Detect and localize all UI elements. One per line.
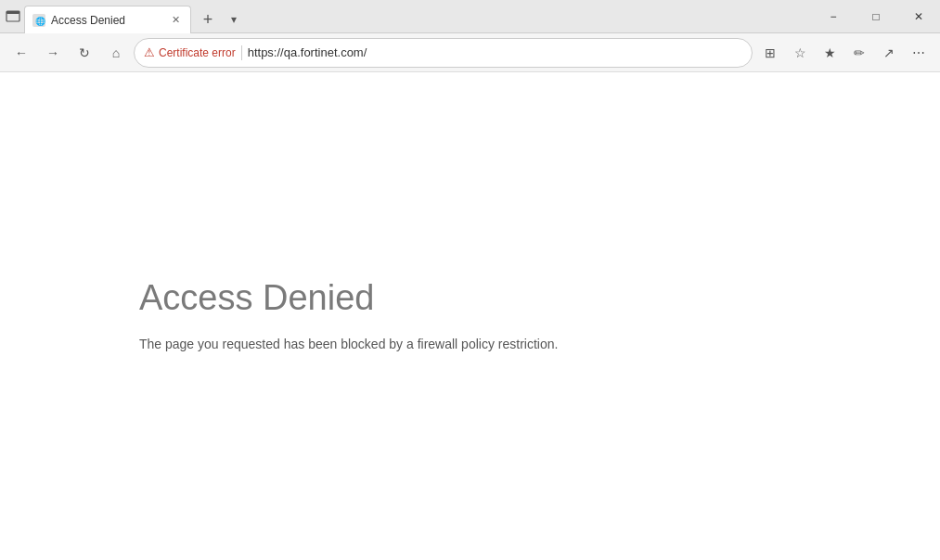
window-controls: − □ ✕ [812,0,940,32]
close-button[interactable]: ✕ [897,0,940,33]
svg-rect-1 [6,11,19,14]
back-button[interactable]: ← [7,39,35,67]
page-content: Access Denied The page you requested has… [0,72,940,560]
tab-label: Access Denied [51,14,162,27]
url-text: https://qa.fortinet.com/ [248,45,742,59]
hub-button[interactable]: ★ [816,39,843,67]
new-tab-button[interactable]: + [195,6,221,32]
tab-list-button[interactable]: ▾ [221,6,247,32]
share-button[interactable]: ↗ [875,39,903,67]
restore-button[interactable]: □ [855,0,897,33]
navigation-bar: ← → ↻ ⌂ ⚠ Certificate error https://qa.f… [0,33,940,72]
home-button[interactable]: ⌂ [102,39,130,67]
forward-button[interactable]: → [39,39,67,67]
refresh-button[interactable]: ↻ [71,39,98,67]
svg-text:🌐: 🌐 [35,16,45,27]
certificate-error-indicator[interactable]: ⚠ Certificate error [144,45,236,59]
tab-strip: 🌐 Access Denied ✕ + ▾ [20,0,812,32]
title-bar-left [0,9,20,24]
warning-icon: ⚠ [144,45,155,59]
tab-close-button[interactable]: ✕ [168,13,183,28]
address-bar[interactable]: ⚠ Certificate error https://qa.fortinet.… [134,38,753,68]
error-title: Access Denied [139,278,558,318]
active-tab[interactable]: 🌐 Access Denied ✕ [24,6,191,33]
reading-view-button[interactable]: ⊞ [756,39,784,67]
favorites-button[interactable]: ☆ [786,39,814,67]
cert-error-label: Certificate error [159,46,236,59]
minimize-button[interactable]: − [812,0,855,33]
address-separator [241,45,242,60]
error-description: The page you requested has been blocked … [139,335,558,354]
browser-icon [6,9,20,24]
notes-button[interactable]: ✏ [845,39,873,67]
title-bar: 🌐 Access Denied ✕ + ▾ − □ ✕ [0,0,940,33]
error-box: Access Denied The page you requested has… [139,278,558,354]
tab-favicon: 🌐 [32,14,45,27]
more-button[interactable]: ⋯ [905,39,933,67]
toolbar-right: ⊞ ☆ ★ ✏ ↗ ⋯ [756,39,933,67]
